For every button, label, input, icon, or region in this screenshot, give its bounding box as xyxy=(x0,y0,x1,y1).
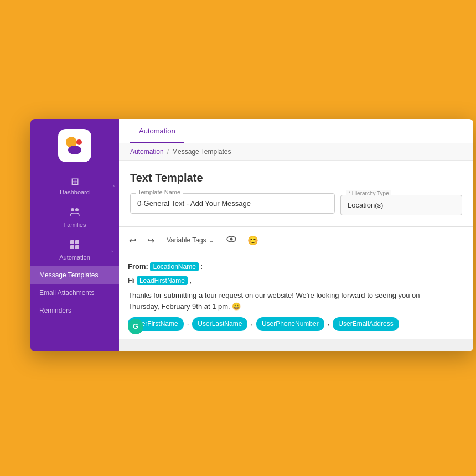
template-name-input[interactable] xyxy=(130,193,335,214)
preview-icon xyxy=(226,234,236,246)
svg-point-2 xyxy=(76,139,82,145)
svg-rect-7 xyxy=(70,245,74,249)
sidebar-item-dashboard[interactable]: ⊞ Dashboard › xyxy=(30,171,119,201)
page-content: Text Template Template Name * Hierarchy … xyxy=(119,161,473,226)
app-container: ⊞ Dashboard › Families xyxy=(30,119,473,351)
variable-tags-label: Variable Tags xyxy=(167,236,206,244)
location-name-tag: LocationName xyxy=(150,262,198,271)
app-logo xyxy=(58,129,91,162)
tag-separator-3: , xyxy=(328,317,330,331)
emoji-icon: 😊 xyxy=(247,235,258,246)
sidebar-item-message-templates[interactable]: Message Templates xyxy=(30,266,119,284)
tag-separator-2: , xyxy=(251,317,253,331)
user-lastname-tag: UserLastName xyxy=(192,317,247,331)
svg-point-4 xyxy=(75,208,79,211)
sidebar: ⊞ Dashboard › Families xyxy=(30,119,119,351)
svg-point-1 xyxy=(68,146,81,154)
template-name-group: Template Name xyxy=(130,193,335,214)
editor-area: ↩ ↪ Variable Tags ⌄ xyxy=(119,226,473,339)
tab-automation[interactable]: Automation xyxy=(130,120,184,143)
undo-button[interactable]: ↩ xyxy=(126,233,139,248)
user-phone-tag: UserPhoneNumber xyxy=(256,317,324,331)
breadcrumb: Automation / Message Templates xyxy=(119,143,473,161)
chevron-right-icon: › xyxy=(113,183,115,189)
chevron-down-icon: ⌄ xyxy=(110,247,115,253)
grammarly-label: G xyxy=(133,321,138,333)
svg-point-3 xyxy=(71,208,74,211)
breadcrumb-current: Message Templates xyxy=(172,148,231,156)
automation-icon xyxy=(69,239,80,252)
message-body-text: Thanks for submitting a tour request on … xyxy=(128,290,464,313)
sidebar-menu-item-label: Message Templates xyxy=(39,271,99,279)
lead-firstname-tag: LeadFirstName xyxy=(137,276,188,285)
sidebar-menu-item-label: Reminders xyxy=(39,307,71,314)
sidebar-item-label: Automation xyxy=(59,254,90,261)
breadcrumb-parent-link[interactable]: Automation xyxy=(130,148,164,156)
message-editor[interactable]: From: LocationName : Hi LeadFirstName , … xyxy=(119,253,473,339)
hierarchy-type-display: Location(s) xyxy=(340,195,462,215)
tab-label: Automation xyxy=(139,127,175,135)
sidebar-item-reminders[interactable]: Reminders xyxy=(30,302,119,319)
variable-tags-button[interactable]: Variable Tags ⌄ xyxy=(162,234,219,246)
sidebar-item-email-attachments[interactable]: Email Attachments xyxy=(30,284,119,302)
sidebar-item-families[interactable]: Families xyxy=(30,201,119,234)
user-tags-row: UserFirstName , UserLastName , UserPhone… xyxy=(128,317,464,331)
from-label: From: xyxy=(128,262,148,271)
emoji-button[interactable]: 😊 xyxy=(244,233,262,248)
grammarly-button[interactable]: G xyxy=(128,319,143,334)
hi-text: Hi xyxy=(128,276,134,284)
chevron-down-icon: ⌄ xyxy=(209,236,214,244)
breadcrumb-separator: / xyxy=(167,148,169,156)
dashboard-icon: ⊞ xyxy=(71,177,79,187)
editor-toolbar: ↩ ↪ Variable Tags ⌄ xyxy=(119,227,473,253)
sidebar-navigation: ⊞ Dashboard › Families xyxy=(30,171,119,319)
comma-separator: : xyxy=(200,262,203,271)
tab-bar: Automation xyxy=(119,119,473,143)
template-name-label: Template Name xyxy=(136,189,183,195)
redo-icon: ↪ xyxy=(147,235,154,246)
families-icon xyxy=(69,206,80,219)
page-title: Text Template xyxy=(130,172,462,184)
sidebar-item-automation[interactable]: Automation ⌄ xyxy=(30,234,119,266)
undo-icon: ↩ xyxy=(129,235,136,246)
sidebar-menu-item-label: Email Attachments xyxy=(39,289,94,297)
from-line: From: LocationName : xyxy=(128,261,464,273)
user-email-tag: UserEmailAddress xyxy=(333,317,399,331)
hierarchy-type-group: * Hierarchy Type Location(s) xyxy=(340,195,462,215)
svg-rect-8 xyxy=(75,245,79,249)
redo-button[interactable]: ↪ xyxy=(144,233,158,248)
tag-separator-1: , xyxy=(187,317,189,331)
svg-rect-6 xyxy=(75,240,79,244)
sidebar-item-label: Families xyxy=(64,221,86,228)
message-body: Thanks for submitting a tour request on … xyxy=(128,291,420,311)
svg-point-10 xyxy=(230,238,232,241)
svg-rect-5 xyxy=(70,240,74,244)
sidebar-item-label: Dashboard xyxy=(60,189,90,195)
preview-button[interactable] xyxy=(223,232,240,249)
comma: , xyxy=(190,276,192,284)
hierarchy-type-label: * Hierarchy Type xyxy=(346,190,391,196)
main-content: Automation Automation / Message Template… xyxy=(119,119,473,351)
hi-line: Hi LeadFirstName , xyxy=(128,275,464,287)
